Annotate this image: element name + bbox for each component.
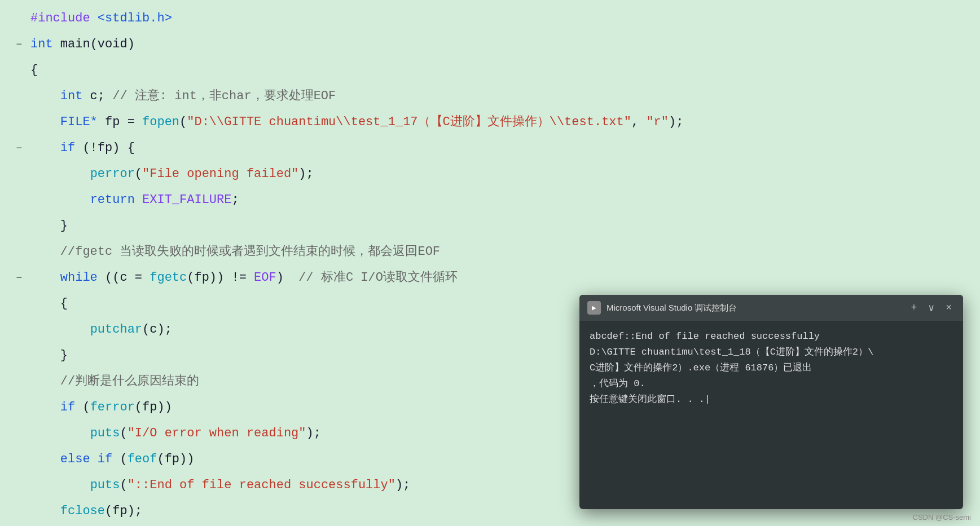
code-token: (!fp) { xyxy=(75,141,135,155)
code-token xyxy=(135,193,142,207)
table-row: FILE* fp = fopen("D:\\GITTE chuantimu\\t… xyxy=(11,109,969,135)
code-token: putchar xyxy=(90,322,142,337)
code-token: // 标准C I/O读取文件循环 xyxy=(298,271,458,285)
code-token: (c); xyxy=(142,322,172,337)
code-token: if xyxy=(98,452,112,466)
code-token: ( xyxy=(112,452,127,466)
table-row: − if (!fp) { xyxy=(11,135,969,161)
code-token: return xyxy=(90,193,135,207)
code-token: if xyxy=(60,400,75,414)
code-token: } xyxy=(30,219,68,233)
code-token: int xyxy=(60,89,83,103)
fold-button[interactable]: − xyxy=(11,135,27,161)
code-tokens: puts("I/O error when reading"); xyxy=(30,421,328,447)
code-tokens: fclose(fp); xyxy=(30,498,142,524)
terminal-plus-btn[interactable]: + xyxy=(908,301,921,315)
fold-button[interactable]: − xyxy=(11,265,27,291)
code-token: if xyxy=(60,141,75,155)
code-token: { xyxy=(30,297,68,311)
code-token: EXIT_FAILURE xyxy=(142,193,231,207)
code-tokens: perror("File opening failed"); xyxy=(30,161,321,187)
code-token: , xyxy=(631,115,646,129)
code-token: (fp)) xyxy=(157,452,194,466)
code-token: (fp)) != xyxy=(187,271,254,285)
terminal-close-btn[interactable]: × xyxy=(942,301,955,315)
code-token xyxy=(30,374,60,388)
code-tokens: else if (feof(fp)) xyxy=(30,447,194,472)
code-tokens: } xyxy=(30,343,68,369)
code-token: ( xyxy=(120,426,127,440)
code-token xyxy=(30,245,60,259)
code-token: ( xyxy=(120,478,127,492)
terminal-line-3: D:\GITTE chuantimu\test_1_18（【C进阶】文件的操作2… xyxy=(590,344,953,360)
code-tokens: while ((c = fgetc(fp)) != EOF) // 标准C I/… xyxy=(30,265,458,291)
code-tokens: puts("::End of file reached successfully… xyxy=(30,472,418,498)
code-token: "::End of file reached successfully" xyxy=(128,478,395,492)
code-token xyxy=(30,426,90,440)
table-row: { xyxy=(11,58,969,83)
terminal-line-1: abcdef::End of file reached successfully xyxy=(590,329,953,344)
code-token: perror xyxy=(90,167,135,181)
terminal-body: abcdef::End of file reached successfully… xyxy=(579,321,963,509)
terminal-title: Microsoft Visual Studio 调试控制台 xyxy=(607,303,902,313)
code-token: // 注意: int，非char，要求处理EOF xyxy=(112,89,336,103)
code-token: ferror xyxy=(90,400,135,414)
code-token: EOF xyxy=(254,271,276,285)
code-token: (void) xyxy=(90,37,135,51)
code-token: feof xyxy=(128,452,157,466)
code-token xyxy=(30,141,60,155)
code-token xyxy=(90,452,98,466)
code-token: "D:\\GITTE chuantimu\\test_1_17（【C进阶】文件操… xyxy=(187,115,631,129)
code-token: ); xyxy=(306,426,329,440)
code-tokens: int main(void) xyxy=(30,32,135,58)
terminal-window: ▶ Microsoft Visual Studio 调试控制台 + ∨ × ab… xyxy=(579,295,963,509)
code-tokens: if (!fp) { xyxy=(30,135,135,161)
code-tokens: putchar(c); xyxy=(30,317,172,343)
code-token: fopen xyxy=(142,115,179,129)
code-tokens: FILE* fp = fopen("D:\\GITTE chuantimu\\t… xyxy=(30,109,683,135)
table-row: perror("File opening failed"); xyxy=(11,161,969,187)
code-token: //fgetc 当读取失败的时候或者遇到文件结束的时候，都会返回EOF xyxy=(60,245,440,259)
code-token: puts xyxy=(90,478,120,492)
code-tokens: if (ferror(fp)) xyxy=(30,395,172,421)
code-token: #include xyxy=(30,11,98,25)
code-token xyxy=(30,193,90,207)
terminal-line-4: C进阶】文件的操作2）.exe（进程 61876）已退出 xyxy=(590,360,953,376)
code-token: (fp)) xyxy=(135,400,172,414)
code-token: ( xyxy=(179,115,187,129)
terminal-line-5: ，代码为 0. xyxy=(590,376,953,392)
code-token: else xyxy=(60,452,90,466)
table-row: − while ((c = fgetc(fp)) != EOF) // 标准C … xyxy=(11,265,969,291)
fold-button[interactable]: − xyxy=(11,32,27,58)
code-token: ); xyxy=(395,478,418,492)
code-token: fgetc xyxy=(150,271,187,285)
code-tokens: //fgetc 当读取失败的时候或者遇到文件结束的时候，都会返回EOF xyxy=(30,239,440,265)
table-row: //fgetc 当读取失败的时候或者遇到文件结束的时候，都会返回EOF xyxy=(11,239,969,265)
code-token: c; xyxy=(82,89,112,103)
code-tokens: } xyxy=(30,213,68,239)
code-token: while xyxy=(60,271,98,285)
code-token: ); xyxy=(669,115,683,129)
table-row: } xyxy=(11,213,969,239)
code-token: ((c = xyxy=(98,271,150,285)
code-tokens: { xyxy=(30,58,38,83)
table-row: #include <stdlib.h> xyxy=(11,6,969,32)
code-token: main xyxy=(60,37,90,51)
terminal-chevron-btn[interactable]: ∨ xyxy=(925,300,938,315)
code-tokens: return EXIT_FAILURE; xyxy=(30,187,239,213)
code-token xyxy=(30,271,60,285)
table-row: −int main(void) xyxy=(11,32,969,58)
code-token xyxy=(30,322,90,337)
code-token: ); xyxy=(298,167,321,181)
code-token xyxy=(30,115,60,129)
code-token xyxy=(30,452,60,466)
terminal-titlebar: ▶ Microsoft Visual Studio 调试控制台 + ∨ × xyxy=(579,295,963,321)
code-token: <stdlib.h> xyxy=(98,11,172,25)
code-token: ( xyxy=(75,400,90,414)
code-token: "File opening failed" xyxy=(142,167,298,181)
table-row: return EXIT_FAILURE; xyxy=(11,187,969,213)
code-token: FILE* xyxy=(60,115,98,129)
code-token: puts xyxy=(90,426,120,440)
code-token: { xyxy=(30,63,38,77)
code-token xyxy=(30,89,60,103)
